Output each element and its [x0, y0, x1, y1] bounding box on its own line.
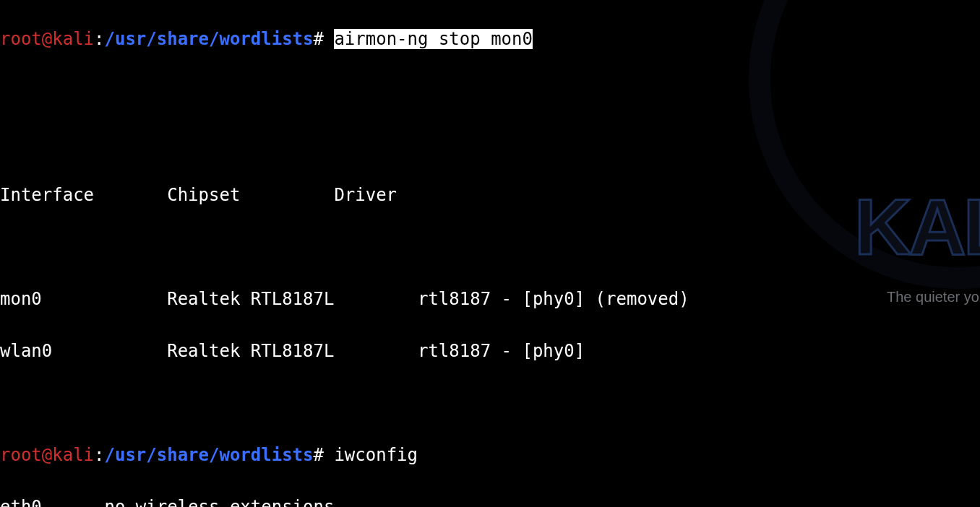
terminal-output[interactable]: root@kali:/usr/share/wordlists# airmon-n… [0, 0, 980, 507]
prompt-host: kali [52, 29, 94, 49]
prompt-line-2[interactable]: root@kali:/usr/share/wordlists# iwconfig [0, 442, 980, 468]
prompt-hash: # [313, 29, 323, 49]
prompt-user: root [0, 29, 42, 49]
command-1-highlighted: airmon-ng stop mon0 [334, 29, 533, 49]
blank-line [0, 390, 980, 416]
prompt-line-1[interactable]: root@kali:/usr/share/wordlists# airmon-n… [0, 26, 980, 52]
prompt-path: /usr/share/wordlists [105, 29, 314, 49]
blank-line [0, 78, 980, 104]
airmon-row-mon0: mon0 Realtek RTL8187L rtl8187 - [phy0] (… [0, 286, 980, 312]
prompt-user: root [0, 445, 42, 465]
airmon-row-wlan0: wlan0 Realtek RTL8187L rtl8187 - [phy0] [0, 338, 980, 364]
prompt-colon: : [94, 445, 104, 465]
prompt-hash: # [313, 445, 323, 465]
command-1-leading-space [324, 29, 334, 49]
airmon-header: Interface Chipset Driver [0, 182, 980, 208]
prompt-host: kali [52, 445, 94, 465]
blank-line [0, 130, 980, 156]
prompt-at: @ [42, 29, 52, 49]
prompt-at: @ [42, 445, 52, 465]
blank-line [0, 234, 980, 260]
command-2: iwconfig [324, 445, 418, 465]
iwconfig-eth0: eth0 no wireless extensions. [0, 494, 980, 507]
prompt-colon: : [94, 29, 104, 49]
prompt-path: /usr/share/wordlists [105, 445, 314, 465]
